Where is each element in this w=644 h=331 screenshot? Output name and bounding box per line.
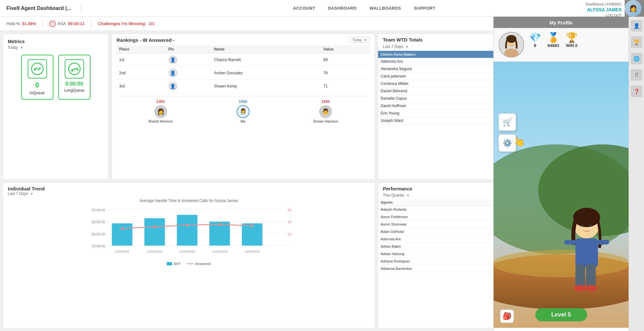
svg-rect-41 <box>575 238 598 267</box>
rank-16-photo: 👨 <box>319 105 332 118</box>
svg-text:11/9/2018: 11/9/2018 <box>115 249 129 253</box>
timer-icon: ⏱ <box>49 21 56 27</box>
asa-item: ⏱ ASA 00:00:11 <box>49 21 85 27</box>
table-row: 2nd 👤 Amber Gonzalez 76 <box>117 67 370 80</box>
svg-rect-46 <box>564 240 576 244</box>
svg-point-3 <box>71 69 73 71</box>
coin-icon: 🏅 <box>547 32 559 43</box>
nav-support[interactable]: SUPPORT <box>414 6 435 11</box>
svg-rect-15 <box>112 223 132 245</box>
svg-text:20: 20 <box>288 232 291 236</box>
profile-badges: 💎 9 🏅 84683 🏆 WIN 0 <box>529 32 578 48</box>
rank-person-16: 16th 👨 Dorian Harrison <box>313 99 338 123</box>
col-place: Place <box>117 45 166 53</box>
rank-16-number: 16th <box>313 99 338 104</box>
svg-point-23 <box>218 223 221 226</box>
team-agent-name: Contessa Milder <box>378 80 512 87</box>
profile-overlay: My Profile 💎 9 🏅 84683 <box>493 17 629 331</box>
profile-avatar <box>498 32 524 58</box>
app-title: Five9 Agent Dashboard (... <box>6 5 71 11</box>
svg-rect-16 <box>144 218 165 245</box>
nav-account[interactable]: ACCOUNT <box>293 6 315 11</box>
team-col-name: Clinton Dyno Dialers <box>378 51 512 58</box>
top-nav: Five9 Agent Dashboard (... ACCOUNT DASHB… <box>0 0 644 17</box>
metrics-filter-label: Today <box>8 45 18 50</box>
team-agent-name: Erin Young <box>378 110 512 117</box>
svg-rect-49 <box>586 264 596 287</box>
svg-point-33 <box>506 35 516 43</box>
inqueue-value: 0 <box>26 81 49 89</box>
trophy-icon: 🏆 <box>566 32 578 43</box>
diamond-icon: 💎 <box>529 32 541 43</box>
perf-agent-name: Ademola Are <box>378 235 512 243</box>
svg-rect-47 <box>597 240 609 244</box>
badge-trophy: 🏆 WIN 0 <box>566 32 578 48</box>
user-name: ALYSSA JAMES <box>586 7 621 13</box>
team-agent-name: David Huffman <box>378 102 512 110</box>
svg-text:60: 60 <box>288 208 291 212</box>
team-filter-label: Last 7 Days <box>383 44 403 49</box>
nav-wallboards[interactable]: WALLBOARDS <box>370 6 401 11</box>
longqueue-label: LongQueue <box>63 88 86 93</box>
perf-col-agents: Agents <box>378 199 512 206</box>
sidebar-icon-trophy[interactable]: 🏆 <box>631 36 642 48</box>
backpack-icon: 🎒 <box>503 312 511 320</box>
team-dropdown-arrow: ▼ <box>405 45 409 49</box>
metrics-card: Metrics Today ▼ 0 InQueue <box>3 33 109 180</box>
perf-agent-name: Aaliyah Rodasta <box>378 206 512 213</box>
nav-dashboard[interactable]: DASHBOARD <box>328 6 357 11</box>
rankings-dropdown-arrow: ▼ <box>364 38 367 42</box>
rankings-filter[interactable]: Today ▼ <box>350 37 370 43</box>
svg-text:11/12/2018: 11/12/2018 <box>147 249 162 253</box>
asa-label: ASA <box>58 21 66 26</box>
svg-text:00:06:00: 00:06:00 <box>92 220 105 224</box>
metrics-filter[interactable]: Today ▼ <box>8 45 104 50</box>
level-platform: Level 5 <box>535 308 587 321</box>
team-agent-name: Ademola Are <box>378 58 512 65</box>
sidebar-icon-globe[interactable]: 🌐 <box>631 53 642 64</box>
trend-filter[interactable]: Last 7 Days ▼ <box>8 191 370 196</box>
rank-14-name: Brandi Klemme <box>148 119 173 123</box>
table-row: 1st 👤 Chance Barnett 89 <box>117 53 370 67</box>
backpack-button[interactable]: 🎒 <box>500 309 514 323</box>
rank-15-name: Me <box>237 119 250 123</box>
perf-agent-name: Aaron Shumway <box>378 220 512 228</box>
character-avatar <box>558 193 616 302</box>
rank-value-3: 71 <box>321 80 370 93</box>
rank-14-number: 14th <box>148 99 173 104</box>
profile-top: 💎 9 🏅 84683 🏆 WIN 0 <box>494 28 629 62</box>
perf-dropdown-arrow: ▼ <box>406 194 410 197</box>
legend-answered: Answered <box>187 262 211 266</box>
col-name: Name <box>212 45 321 53</box>
chart-title: Average Handle Time & Answered Calls for… <box>8 198 370 203</box>
perf-agent-name: Adrian Hartung <box>378 250 512 257</box>
nav-avatar[interactable]: 👩 <box>625 0 644 17</box>
rankings-table: Place Pic Name Value 1st 👤 Chance Barnet… <box>117 45 370 93</box>
rank-person-14: 14th 👩 Brandi Klemme <box>148 99 173 123</box>
svg-point-20 <box>121 227 124 230</box>
perf-agent-name: Adrian Baker <box>378 243 512 250</box>
metrics-title: Metrics <box>8 39 104 44</box>
legend-aht: AHT <box>167 262 181 266</box>
sidebar-icon-grid[interactable]: ⠿ <box>631 69 642 81</box>
sidebar-icon-help[interactable]: ❓ <box>631 86 642 97</box>
team-agent-name: Carla petersen <box>378 73 512 80</box>
badge-diamond: 💎 9 <box>529 32 541 48</box>
shop-button[interactable]: 🛒 <box>498 113 516 131</box>
profile-header: My Profile <box>494 17 629 28</box>
svg-point-44 <box>582 224 584 227</box>
hold-percent: Hold % 31.36% <box>6 21 36 26</box>
longqueue-icon <box>65 59 84 78</box>
metrics-dropdown-arrow: ▼ <box>20 46 23 50</box>
sidebar-icon-person[interactable]: 👤 <box>631 31 642 32</box>
challenges-label: Challenges I'm Winning: <box>98 21 146 26</box>
rank-place-3: 3rd <box>117 80 166 93</box>
svg-text:11/15/2018: 11/15/2018 <box>244 249 260 253</box>
rank-value-1: 89 <box>321 53 370 67</box>
trend-title: Individual Trend <box>8 186 370 191</box>
hold-label: Hold % <box>6 21 20 26</box>
badge-coin-count: 84683 <box>547 43 559 48</box>
svg-text:00:09:00: 00:09:00 <box>92 208 105 212</box>
rank-name-3: Shawn Kemp <box>212 80 321 93</box>
settings-icon: ⚙️ <box>503 139 512 148</box>
